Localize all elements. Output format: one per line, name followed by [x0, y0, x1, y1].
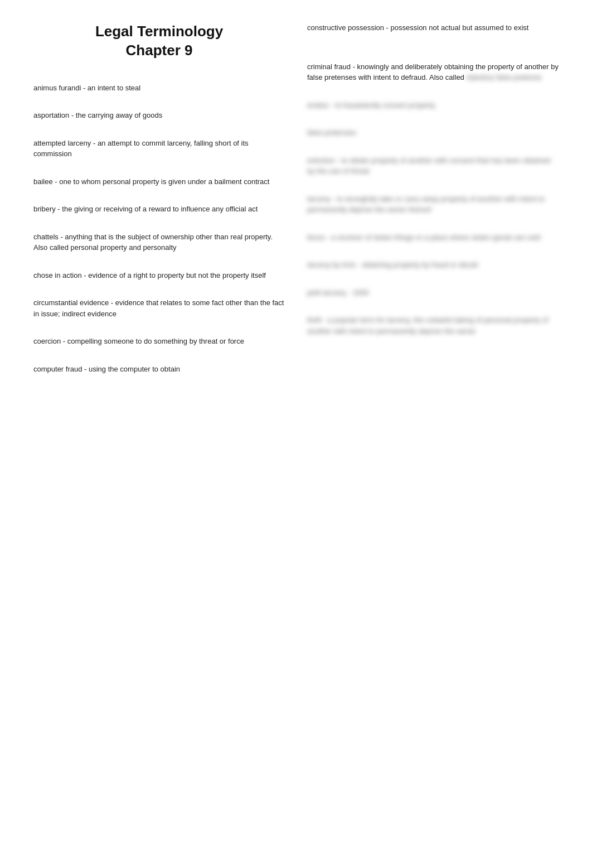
term-circumstantial-evidence: circumstantial evidence - evidence that …	[33, 297, 285, 319]
term-chose-in-action: chose in action - evidence of a right to…	[33, 270, 285, 281]
term-attempted-larceny: attempted larceny - an attempt to commit…	[33, 138, 285, 160]
term-right3: false pretenses	[307, 127, 559, 138]
term-computer-fraud: computer fraud - using the computer to o…	[33, 364, 285, 375]
left-column: Legal Terminology Chapter 9 animus furan…	[33, 22, 285, 391]
term-constructive-possession: constructive possession - possession not…	[307, 22, 559, 33]
term-asportation: asportation - the carrying away of goods	[33, 110, 285, 121]
page-title: Legal Terminology Chapter 9	[33, 22, 285, 60]
term-right2: embez - to fraudulently convert property	[307, 100, 559, 111]
term-right6: fence - a receiver of stolen things or a…	[307, 232, 559, 243]
term-criminal-fraud: criminal fraud - knowingly and deliberat…	[307, 61, 559, 83]
term-right8: petit larceny - 1000	[307, 287, 559, 298]
term-right5: larceny - to wrongfully take or carry aw…	[307, 194, 559, 215]
title-block: Legal Terminology Chapter 9	[33, 22, 285, 60]
term-animus-furandi: animus furandi - an intent to steal	[33, 83, 285, 94]
term-right7: larceny by trick - obtaining property by…	[307, 259, 559, 271]
page: Legal Terminology Chapter 9 animus furan…	[0, 0, 592, 868]
term-chattels: chattels - anything that is the subject …	[33, 232, 285, 253]
term-right4: extortion - to obtain property of anothe…	[307, 155, 559, 177]
term-bribery: bribery - the giving or receiving of a r…	[33, 204, 285, 215]
term-bailee: bailee - one to whom personal property i…	[33, 176, 285, 187]
term-right9: theft - a popular term for larceny, the …	[307, 315, 559, 336]
term-coercion: coercion - compelling someone to do some…	[33, 336, 285, 347]
right-column: constructive possession - possession not…	[307, 22, 559, 353]
